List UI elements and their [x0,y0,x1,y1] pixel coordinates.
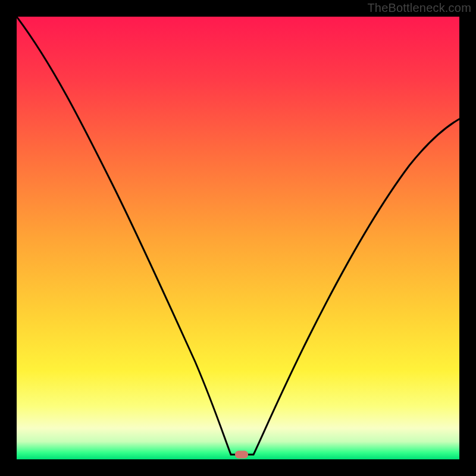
valley-marker [235,451,248,459]
chart-area [17,17,459,459]
curve-path [17,17,459,455]
bottleneck-curve [17,17,459,459]
watermark-text: TheBottleneck.com [367,1,471,15]
